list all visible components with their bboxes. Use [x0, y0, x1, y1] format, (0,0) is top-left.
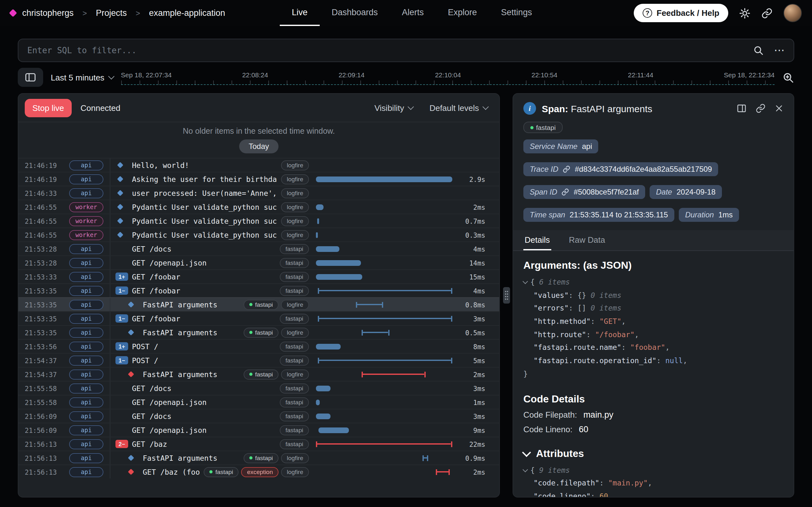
date-pill[interactable]: Date 2024-09-18: [650, 185, 722, 199]
live-trace-panel: Stop live Connected Visibility Default l…: [18, 93, 500, 498]
trace-row[interactable]: 21:56:13api2−GET /bazfastapi22ms: [18, 437, 499, 451]
row-tags: logfire: [281, 216, 309, 226]
children-count-chip[interactable]: 1−: [115, 286, 128, 295]
stop-live-button[interactable]: Stop live: [25, 99, 72, 117]
service-badge-cell: api: [63, 369, 110, 379]
panel-resizer[interactable]: [500, 93, 513, 498]
collapse-chevron-icon[interactable]: [523, 467, 528, 472]
feedback-help-button[interactable]: ? Feedback / Help: [634, 4, 728, 22]
duration-bar: [316, 176, 452, 182]
trace-row[interactable]: 21:53:35apiFastAPI argumentsfastapilogfi…: [18, 325, 499, 339]
trace-row[interactable]: 21:46:55workerPydantic User validate_pyt…: [18, 214, 499, 228]
trace-row[interactable]: 21:53:56api1+POST /fastapi8ms: [18, 339, 499, 353]
row-content: FastAPI argumentsfastapilogfire: [110, 368, 314, 381]
duration-bar: [316, 385, 331, 391]
duration-pill[interactable]: Duration 1ms: [679, 208, 739, 222]
copy-link-icon[interactable]: [756, 103, 766, 113]
logfire-logo-icon[interactable]: [9, 9, 17, 17]
trace-row[interactable]: 21:54:37api1−POST /fastapi5ms: [18, 353, 499, 367]
navbar-actions: ? Feedback / Help: [634, 4, 802, 22]
sql-filter-bar[interactable]: Enter SQL to filter... ⋯: [18, 39, 794, 62]
scope-pill-logfire: logfire: [281, 202, 309, 212]
chevron-down-icon: [108, 73, 114, 79]
tab-details[interactable]: Details: [523, 230, 551, 250]
breadcrumb-project[interactable]: example-application: [149, 8, 225, 18]
nav-tab-alerts[interactable]: Alerts: [390, 0, 436, 26]
trace-row[interactable]: 21:56:13apiFastAPI argumentsfastapilogfi…: [18, 451, 499, 464]
resizer-grip-icon[interactable]: [503, 287, 510, 303]
more-options-icon[interactable]: ⋯: [774, 45, 785, 56]
theme-toggle-icon[interactable]: [739, 7, 751, 19]
trace-id-pill[interactable]: Trace ID #d834c3374dd6fa2e4aa82a55ab2175…: [523, 162, 718, 176]
trace-row[interactable]: 21:53:35api1−GET /foobarfastapi3ms: [18, 311, 499, 325]
trace-row[interactable]: 21:46:55workerPydantic User validate_pyt…: [18, 200, 499, 214]
row-timestamp: 21:56:09: [18, 412, 63, 420]
zoom-icon[interactable]: [782, 71, 794, 83]
code-lineno-label: Code Lineno:: [523, 424, 572, 434]
tag-pill-fastapi[interactable]: fastapi: [523, 122, 563, 133]
span-id-pill[interactable]: Span ID #5008bce5f7fe21af: [523, 185, 645, 199]
trace-row[interactable]: 21:56:09apiGET /docsfastapi3ms: [18, 409, 499, 423]
trace-row[interactable]: 21:53:35apiFastAPI argumentsfastapilogfi…: [18, 297, 499, 311]
time-range-select[interactable]: Last 5 minutes: [51, 72, 113, 82]
timeline[interactable]: Sep 18, 22:07:3422:08:2422:09:1422:10:04…: [121, 66, 774, 88]
trace-row[interactable]: 21:46:19apiAsking the user for their bir…: [18, 172, 499, 186]
close-icon[interactable]: [774, 104, 783, 113]
breadcrumb-org[interactable]: christophergs: [22, 8, 73, 18]
nav-tab-dashboards[interactable]: Dashboards: [319, 0, 390, 26]
row-content: FastAPI argumentsfastapilogfire: [110, 451, 314, 464]
children-count-chip[interactable]: 1−: [115, 314, 128, 323]
children-count-chip[interactable]: 1−: [115, 356, 128, 364]
trace-row[interactable]: 21:53:28apiGET /docsfastapi4ms: [18, 241, 499, 256]
search-icon[interactable]: [753, 45, 764, 56]
columns-layout-icon[interactable]: [737, 103, 747, 113]
visibility-dropdown[interactable]: Visibility: [374, 103, 413, 112]
trace-row[interactable]: 21:56:09apiGET /openapi.jsonfastapi9ms: [18, 423, 499, 437]
children-count-chip[interactable]: 1+: [115, 273, 128, 281]
service-badge-cell: api: [63, 272, 110, 282]
trace-row[interactable]: 21:55:58apiGET /openapi.jsonfastapi1ms: [18, 395, 499, 409]
today-button[interactable]: Today: [239, 139, 278, 153]
row-tags: fastapi: [280, 272, 309, 282]
service-badge-api: api: [69, 467, 103, 477]
code-filepath-value: main.py: [583, 410, 613, 419]
share-link-icon[interactable]: [761, 7, 773, 19]
children-count-chip[interactable]: 2−: [115, 440, 128, 448]
duration-bar: [317, 288, 452, 293]
default-levels-dropdown[interactable]: Default levels: [429, 103, 488, 112]
collapse-chevron-icon[interactable]: [523, 279, 528, 284]
row-tags: fastapiexceptionlogfire: [204, 467, 309, 477]
breadcrumb-projects[interactable]: Projects: [96, 8, 127, 18]
row-timestamp: 21:53:35: [18, 329, 63, 336]
trace-row[interactable]: 21:53:35api1−GET /foobarfastapi4ms: [18, 283, 499, 297]
tab-raw-data[interactable]: Raw Data: [568, 230, 606, 250]
trace-row[interactable]: 21:55:58apiGET /docsfastapi3ms: [18, 381, 499, 395]
row-duration: 0.7ms: [459, 217, 499, 225]
row-timestamp: 21:46:19: [18, 161, 63, 169]
trace-row[interactable]: 21:54:37apiFastAPI argumentsfastapilogfi…: [18, 367, 499, 381]
trace-id-value: #d834c3374dd6fa2e4aa82a55ab217509: [575, 165, 712, 174]
json-line: "http.method": "GET",: [523, 315, 783, 328]
row-duration: 4ms: [459, 245, 499, 252]
trace-row[interactable]: 21:53:33api1+GET /foobarfastapi15ms: [18, 269, 499, 283]
trace-row[interactable]: 21:46:33apiuser processed: User(name='An…: [18, 186, 499, 200]
trace-row[interactable]: 21:46:19apiHello, world!logfire: [18, 158, 499, 172]
duration-bar-track: [314, 298, 459, 311]
row-tags: logfire: [281, 202, 309, 212]
nav-tab-explore[interactable]: Explore: [436, 0, 489, 26]
trace-row[interactable]: 21:56:13apiGET /baz (foobar)fastapiexcep…: [18, 464, 499, 478]
service-badge-api: api: [69, 369, 103, 379]
user-avatar[interactable]: [783, 4, 802, 22]
sidebar-toggle-button[interactable]: [18, 68, 43, 87]
attributes-heading-row[interactable]: Attributes: [523, 448, 783, 459]
scope-pill-logfire: logfire: [281, 230, 309, 240]
row-tags: fastapi: [280, 425, 309, 435]
service-name-pill[interactable]: Service Name api: [523, 139, 599, 153]
time-span-pill[interactable]: Time span 21:53:35.114 to 21:53:35.115: [523, 208, 674, 222]
children-count-chip[interactable]: 1+: [115, 342, 128, 350]
nav-tab-live[interactable]: Live: [280, 0, 320, 26]
row-duration: 0.9ms: [459, 454, 499, 462]
trace-row[interactable]: 21:53:28apiGET /openapi.jsonfastapi14ms: [18, 256, 499, 269]
nav-tab-settings[interactable]: Settings: [489, 0, 544, 26]
trace-row[interactable]: 21:46:55workerPydantic User validate_pyt…: [18, 228, 499, 241]
